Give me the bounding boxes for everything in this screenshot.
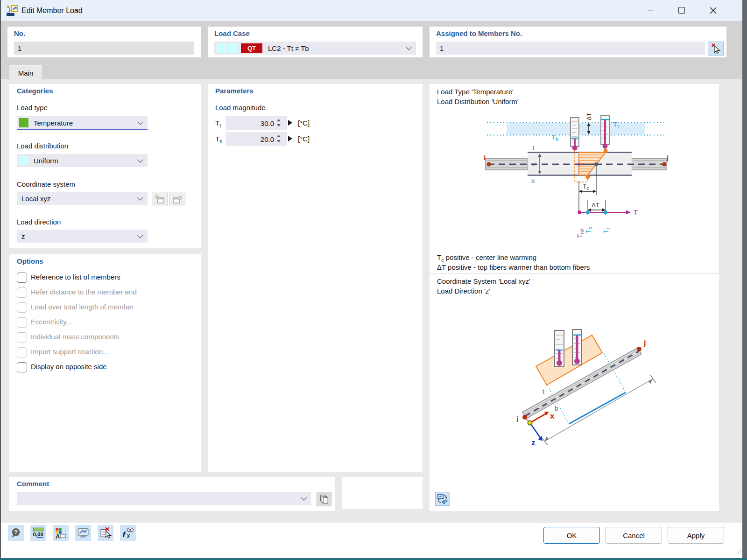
resize-grip[interactable]	[737, 549, 741, 553]
units-settings-button[interactable]: 0,00	[30, 525, 46, 541]
spin-down-icon	[277, 140, 281, 142]
edit-member-load-dialog: Edit Member Load No. Load Case QT LC2 - …	[0, 0, 747, 560]
checkbox-individual-mass-components	[17, 332, 27, 343]
header-strip: No. Load Case QT LC2 - Tt ≠ Tb Assigned …	[0, 21, 747, 65]
units-icon: 0,00	[32, 526, 45, 539]
coordinate-system-value: Local xyz	[21, 195, 51, 203]
preview-note-tc: Tc positive - center line warming	[437, 253, 536, 263]
load-distribution-value: Uniform	[34, 157, 58, 165]
svg-text:?: ?	[14, 529, 18, 536]
load-distribution-label: Load distribution	[17, 142, 68, 150]
rendering-button[interactable]	[75, 525, 91, 541]
option-label[interactable]: Reference to list of members	[31, 273, 120, 281]
member-3d-diagram: j i t b x z	[503, 316, 686, 448]
window-left-edge	[0, 0, 1, 560]
new-window-icon	[154, 194, 165, 205]
window-title: Edit Member Load	[21, 0, 83, 21]
load-case-color-swatch-2	[228, 43, 237, 53]
close-icon	[710, 7, 717, 14]
svg-text:Tt: Tt	[602, 228, 611, 233]
display-properties-button[interactable]: A	[53, 525, 69, 541]
help-button[interactable]: ?	[8, 525, 24, 541]
temperature-section-diagram: ΔT Tb Tt i j t b h Tc	[483, 111, 670, 241]
cancel-button[interactable]: Cancel	[606, 527, 662, 544]
svg-text:t: t	[543, 388, 544, 395]
spare-panel	[342, 477, 423, 509]
svg-text:i: i	[484, 154, 486, 161]
option-label: Load over total length of member	[31, 303, 134, 311]
select-coordinate-system-button[interactable]	[169, 192, 185, 206]
apply-button[interactable]: Apply	[668, 527, 724, 544]
load-case-color-swatch-1	[217, 43, 226, 53]
no-input[interactable]	[14, 42, 194, 55]
svg-text:b: b	[555, 405, 558, 412]
tb-detail-arrow-button[interactable]	[288, 136, 292, 141]
svg-text:t: t	[533, 144, 535, 151]
svg-text:ΔT: ΔT	[592, 202, 599, 209]
load-distribution-select[interactable]: Uniform	[17, 154, 148, 167]
checkbox-reference-to-list[interactable]	[17, 273, 27, 283]
parameters-panel: Parameters Load magnitude Tt [°C] Tb [°C…	[208, 84, 423, 472]
assigned-members-card: Assigned to Members No.	[430, 27, 726, 57]
load-case-type-badge: QT	[241, 43, 262, 53]
spin-down-icon	[277, 124, 281, 126]
load-type-select[interactable]: Temperature	[17, 116, 148, 130]
toggle-view-button[interactable]	[435, 492, 450, 506]
preview-note-dt: ΔT positive - top fibers warmer than bot…	[437, 263, 590, 271]
load-direction-select[interactable]: z	[17, 230, 148, 243]
tt-detail-arrow-button[interactable]	[288, 120, 292, 126]
options-panel: Options Reference to list of members Ref…	[9, 254, 201, 472]
svg-text:j: j	[643, 339, 646, 347]
preview-load-type-line: Load Type 'Temperature'	[437, 88, 514, 96]
pages-icon	[319, 494, 329, 504]
select-window-icon	[172, 194, 183, 205]
chevron-down-icon	[406, 44, 412, 50]
no-label: No.	[14, 29, 25, 37]
load-type-swatch	[19, 118, 28, 127]
tab-bar: Main	[0, 65, 747, 79]
formula-eye-icon: f x	[121, 526, 134, 539]
footer-bar: ? 0,00 A	[0, 523, 747, 558]
tt-spinner[interactable]	[276, 119, 282, 126]
svg-text:z: z	[531, 438, 536, 447]
assigned-members-input[interactable]	[436, 42, 705, 55]
comment-select[interactable]	[17, 492, 311, 505]
checkbox-load-over-total-length	[17, 302, 27, 313]
toggle-view-icon	[437, 493, 448, 504]
categories-title: Categories	[17, 87, 53, 95]
minimize-button[interactable]	[640, 0, 661, 21]
comment-templates-button[interactable]	[317, 492, 331, 506]
coordinate-system-select[interactable]: Local xyz	[17, 192, 148, 205]
svg-text:x: x	[127, 532, 131, 539]
svg-text:ΔT: ΔT	[585, 112, 592, 120]
window-right-edge	[742, 0, 747, 560]
formula-display-button[interactable]: f x	[120, 525, 136, 541]
new-coordinate-system-button[interactable]	[152, 192, 168, 206]
option-label: Refer distance to the member end	[31, 288, 137, 296]
svg-text:f: f	[122, 530, 126, 539]
checkbox-display-opposite-side[interactable]	[17, 362, 27, 372]
coordinate-system-label: Coordinate system	[17, 180, 75, 188]
svg-text:Tt: Tt	[613, 120, 619, 129]
preview-cs-line: Coordinate System 'Local xyz'	[437, 277, 530, 285]
svg-text:b: b	[531, 177, 535, 184]
chevron-down-icon	[137, 232, 143, 238]
chevron-down-icon	[137, 119, 143, 125]
titlebar: Edit Member Load	[0, 0, 747, 21]
option-label[interactable]: Display on opposite side	[31, 363, 107, 371]
tab-main[interactable]: Main	[9, 65, 42, 80]
tb-spinner[interactable]	[276, 135, 282, 142]
load-case-select[interactable]: QT LC2 - Tt ≠ Tb	[214, 42, 416, 55]
ok-button[interactable]: OK	[543, 527, 600, 544]
maximize-button[interactable]	[671, 0, 692, 21]
monitor-icon	[77, 526, 90, 539]
comment-panel: Comment	[9, 477, 335, 511]
delete-load-button[interactable]	[98, 525, 113, 541]
app-icon	[6, 4, 19, 17]
load-magnitude-label: Load magnitude	[215, 104, 266, 112]
option-label: Individual mass components	[31, 333, 119, 341]
close-button[interactable]	[702, 0, 724, 21]
select-members-button[interactable]	[708, 42, 724, 56]
chevron-down-icon	[301, 495, 307, 501]
preview-divider	[430, 273, 719, 274]
